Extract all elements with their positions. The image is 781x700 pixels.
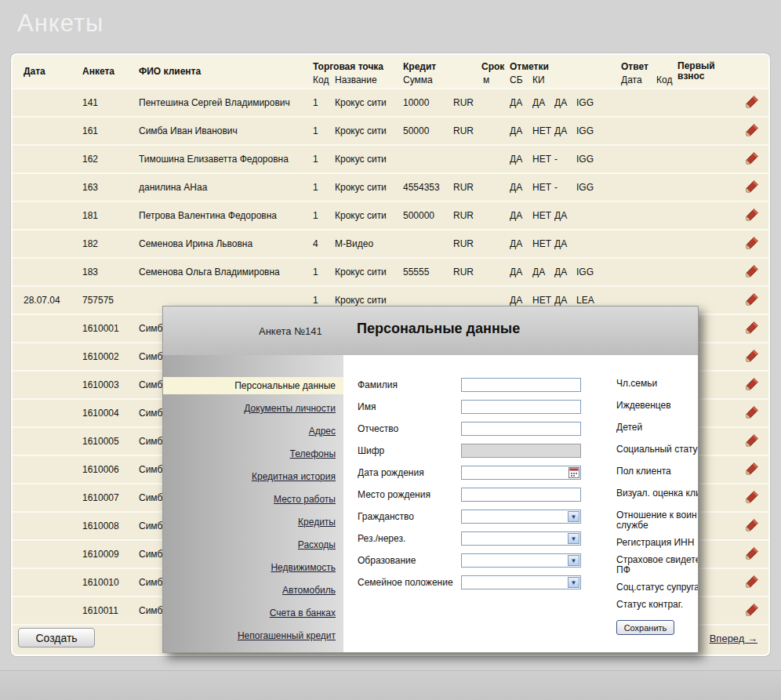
save-button[interactable]: Сохранить [616, 620, 674, 635]
edit-pencil-icon[interactable] [746, 208, 759, 221]
cell-mark-3: ДА [554, 210, 576, 221]
form-field-label: Отчество [358, 423, 461, 434]
cell-outlet-name: Крокус сити [335, 154, 403, 165]
cell-form-number: 1610004 [82, 408, 139, 419]
edit-pencil-icon[interactable] [746, 603, 759, 616]
col-header-marks-ki: КИ [532, 74, 545, 85]
cell-form-number: 161 [82, 125, 139, 136]
cell-outlet-code: 4 [313, 238, 335, 249]
form-field-input[interactable] [461, 488, 581, 502]
sidebar-menu-item[interactable]: Документы личности [163, 400, 343, 417]
edit-pencil-icon[interactable] [746, 180, 759, 193]
edit-pencil-icon[interactable] [746, 95, 759, 108]
edit-pencil-icon[interactable] [746, 405, 759, 419]
cell-client-name: Тимошина Елизаветта Федоровна [139, 154, 313, 165]
edit-pencil-icon[interactable] [746, 321, 759, 334]
form-field-row: Место рождения ▼ [358, 484, 581, 506]
form-field-label: Место рождения [358, 489, 461, 500]
form-field-row: Фамилия ▼ [358, 374, 581, 396]
form-field-input[interactable] [461, 466, 581, 480]
col-header-credit-group: Кредит [403, 61, 436, 72]
sidebar-menu-item[interactable]: Телефоны [163, 445, 343, 462]
form-field-input[interactable] [461, 444, 581, 458]
form-right-label: Страховое свидете ПФ [616, 555, 698, 575]
modal-title: Персональные данные [357, 321, 520, 337]
form-field-input[interactable] [461, 510, 581, 524]
sidebar-menu-item[interactable]: Персональные данные [163, 377, 343, 394]
chevron-down-icon[interactable]: ▼ [568, 555, 579, 566]
chevron-down-icon[interactable]: ▼ [568, 533, 579, 544]
col-header-outlet-group: Торговая точка [313, 61, 383, 72]
chevron-down-icon[interactable]: ▼ [568, 511, 579, 522]
edit-pencil-icon[interactable] [746, 264, 759, 277]
edit-pencil-icon[interactable] [746, 236, 759, 249]
cell-outlet-code: 1 [313, 125, 335, 136]
cell-mark-3: ДА [554, 267, 576, 277]
edit-pencil-icon[interactable] [746, 575, 759, 588]
create-button[interactable]: Создать [18, 628, 95, 647]
sidebar-menu-item[interactable]: Недвижимость [163, 559, 343, 576]
cell-credit-sum: 4554353 [403, 182, 453, 193]
col-header-outlet-code: Код [313, 74, 329, 85]
sidebar-menu-item[interactable]: Расходы [163, 536, 343, 553]
edit-pencil-icon[interactable] [746, 462, 759, 475]
cell-mark-code: IGG [576, 97, 621, 108]
form-field-input[interactable] [461, 553, 581, 568]
cell-outlet-name: Крокус сити [335, 125, 403, 136]
cell-outlet-name: Крокус сити [335, 295, 403, 306]
edit-pencil-icon[interactable] [746, 123, 759, 136]
form-field-label: Фамилия [358, 379, 461, 390]
cell-outlet-code: 1 [313, 154, 335, 165]
cell-form-number: 1610010 [82, 577, 139, 588]
cell-form-number: 183 [82, 267, 139, 277]
form-field-input[interactable] [461, 575, 581, 589]
form-right-label: Чл.семьи [616, 379, 698, 389]
modal-body: Персональные данные Документы личности А… [163, 355, 698, 653]
forward-link[interactable]: Вперед → [710, 633, 757, 644]
form-field-row: Имя ▼ [358, 396, 581, 418]
sidebar-menu-item-label: Документы личности [244, 403, 336, 414]
sidebar-menu-item[interactable]: Кредитная история [163, 468, 343, 485]
form-field-control: ▼ [461, 531, 581, 546]
edit-pencil-icon[interactable] [746, 490, 759, 503]
cell-outlet-name: Крокус сити [335, 210, 403, 221]
sidebar-menu-item[interactable]: Непогашенный кредит [163, 627, 343, 644]
form-field-input[interactable] [461, 400, 581, 414]
chevron-down-icon[interactable]: ▼ [568, 577, 579, 588]
form-field-control: ▼ [461, 444, 581, 458]
cell-outlet-code: 1 [313, 182, 335, 193]
sidebar-menu-item-label: Персональные данные [234, 380, 336, 391]
cell-mark-3: ДА [554, 125, 576, 136]
sidebar-menu-item-label: Адрес [309, 426, 336, 437]
sidebar-menu-item[interactable]: Место работы [163, 491, 343, 508]
cell-form-number: 1610006 [82, 464, 139, 475]
calendar-icon[interactable] [568, 467, 579, 478]
form-field-label: Дата рождения [358, 467, 461, 478]
sidebar-menu-item[interactable]: Счета в банках [163, 604, 343, 622]
form-field-input[interactable] [461, 378, 581, 392]
table-row: 163 данилина АНаа 1 Крокус сити 4554353 … [13, 174, 768, 202]
col-header-answer-code: Код [656, 74, 672, 85]
cell-form-number: 1610007 [82, 492, 139, 503]
cell-form-number: 162 [82, 154, 139, 165]
sidebar-menu-item[interactable]: Адрес [163, 423, 343, 440]
form-field-input[interactable] [461, 422, 581, 436]
edit-pencil-icon[interactable] [746, 377, 759, 390]
cell-mark-sb: ДА [510, 295, 532, 306]
sidebar-menu-item[interactable]: Автомобиль [163, 582, 343, 599]
cell-credit-sum: 50000 [403, 125, 453, 136]
col-header-term-group: Срок [481, 61, 504, 72]
cell-mark-3: ДА [554, 97, 576, 108]
cell-mark-3: - [554, 182, 576, 193]
form-field-label: Семейное положение [358, 577, 461, 588]
sidebar-menu-item-label: Автомобиль [282, 585, 336, 596]
edit-pencil-icon[interactable] [746, 349, 759, 362]
form-field-input[interactable] [461, 531, 581, 546]
edit-pencil-icon[interactable] [746, 546, 759, 560]
form-right-label: Детей [616, 423, 698, 433]
sidebar-menu-item[interactable]: Кредиты [163, 513, 343, 531]
edit-pencil-icon[interactable] [746, 433, 759, 447]
edit-pencil-icon[interactable] [746, 151, 759, 165]
edit-pencil-icon[interactable] [746, 518, 759, 531]
edit-pencil-icon[interactable] [746, 292, 759, 306]
